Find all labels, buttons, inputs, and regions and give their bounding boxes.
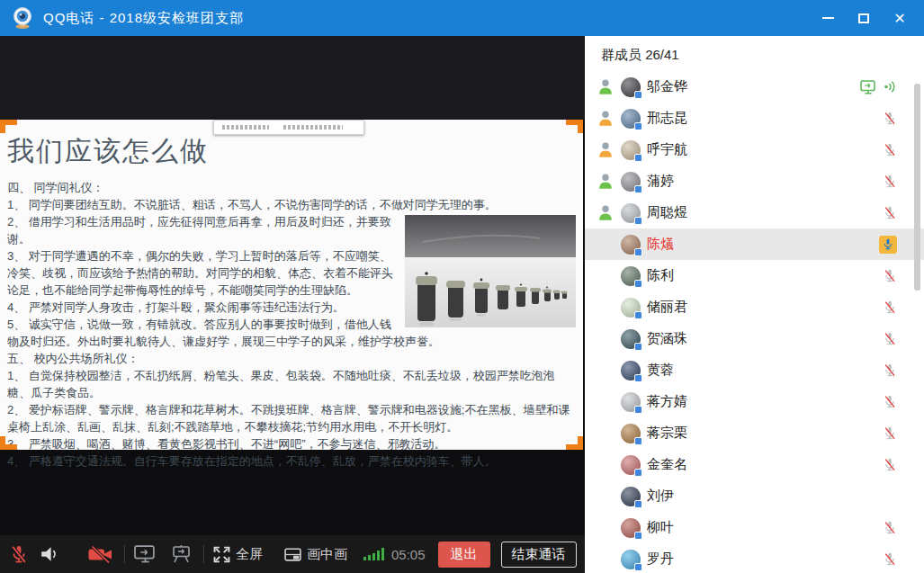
mic-muted-icon[interactable] [883, 331, 897, 346]
member-status-icons [883, 268, 897, 283]
member-row[interactable]: 贺涵珠 [585, 323, 924, 354]
toolbar-divider [124, 545, 125, 563]
share-region-corner-top-right [566, 120, 583, 133]
mic-muted-icon[interactable] [883, 205, 897, 220]
member-row[interactable]: 黄蓉 [585, 354, 924, 386]
minimize-icon [822, 17, 834, 19]
member-row[interactable]: 蒋方婧 [585, 386, 924, 417]
presence-icon [597, 204, 614, 221]
avatar [621, 329, 641, 349]
slide-paragraph: 2、 爱护标语牌、警示牌、格言牌和花草树木。不跳摸班牌、格言牌、警示牌和电器设施… [7, 401, 576, 435]
presence-icon [597, 110, 614, 127]
exit-button[interactable]: 退出 [438, 542, 490, 568]
mic-muted-icon[interactable] [883, 551, 897, 567]
fullscreen-button[interactable]: 全屏 [213, 546, 263, 563]
mic-active-icon[interactable] [879, 236, 897, 254]
mic-muted-icon[interactable] [883, 457, 897, 472]
member-status-icons [883, 331, 897, 346]
slide-paragraph: 1、 自觉保持校园整洁，不乱扔纸屑、粉笔头、果皮、包装袋。不随地吐痰、不乱丢垃圾… [7, 367, 576, 401]
member-row[interactable]: 柳叶 [585, 512, 924, 543]
member-name: 邢志昆 [647, 110, 883, 127]
screen-share-button[interactable] [134, 545, 157, 563]
qq-badge-icon [634, 406, 642, 414]
sidebar-scrollbar[interactable] [914, 84, 920, 291]
slide-paragraph: 1、 同学间要团结互助。不说脏话、粗话，不骂人，不说伤害同学的话，不做对同学无理… [7, 196, 576, 213]
presentation-button[interactable] [171, 545, 193, 563]
member-row[interactable]: 邢志昆 [585, 103, 924, 134]
camera-off-button[interactable] [88, 546, 112, 563]
fullscreen-label: 全屏 [236, 546, 263, 563]
webcam-icon [11, 6, 34, 30]
member-row[interactable]: 邬金铧 [585, 71, 924, 103]
member-status-icons [879, 236, 897, 254]
qq-call-window: QQ电话 - 2018级安检班团支部 ✕ 我们应该怎么做 四、 同学间礼仪：1、… [0, 0, 924, 573]
member-name: 蒲婷 [647, 173, 883, 190]
avatar [621, 109, 641, 129]
share-region-corner-top-left [0, 120, 17, 133]
mic-muted-icon[interactable] [883, 394, 897, 409]
window-controls: ✕ [812, 0, 915, 36]
member-name: 陈燨 [647, 236, 879, 253]
member-name: 蒋方婧 [647, 393, 883, 410]
member-row[interactable]: 陈燨 [585, 228, 924, 260]
qq-badge-icon [634, 248, 642, 256]
member-row[interactable]: 储丽君 [585, 291, 924, 323]
end-call-button[interactable]: 结束通话 [501, 542, 577, 568]
member-name: 储丽君 [647, 299, 883, 316]
member-row[interactable]: 陈利 [585, 260, 924, 291]
speaking-audio-icon [884, 80, 897, 94]
qq-badge-icon [634, 154, 642, 162]
pip-label: 画中画 [307, 546, 347, 563]
avatar [621, 487, 641, 506]
mic-muted-icon[interactable] [883, 142, 897, 157]
member-name: 刘伊 [647, 488, 897, 505]
mic-muted-icon[interactable] [883, 300, 897, 315]
avatar [621, 298, 641, 318]
minimize-button[interactable] [812, 0, 843, 36]
pip-button[interactable]: 画中画 [284, 546, 347, 563]
member-name: 贺涵珠 [647, 330, 883, 347]
call-toolbar: 全屏 画中画 05:05 退出 结束通话 [0, 535, 585, 573]
screen-sharing-icon [860, 80, 877, 94]
member-row[interactable]: 刘伊 [585, 480, 924, 512]
member-status-icons [883, 425, 897, 441]
mic-muted-icon[interactable] [883, 363, 897, 378]
qq-badge-icon [634, 374, 642, 382]
mic-muted-icon[interactable] [883, 111, 897, 126]
member-row[interactable]: 蒲婷 [585, 166, 924, 197]
slide-paragraph: 3、 严禁吸烟、喝酒、赌博、看黄色影视书刊、不进“网吧”，不参与迷信、邪教活动。 [7, 435, 576, 452]
member-status-icons [883, 111, 897, 126]
speaker-button[interactable] [40, 544, 59, 564]
mic-muted-icon[interactable] [883, 174, 897, 189]
presence-icon [597, 173, 614, 190]
avatar [621, 266, 641, 286]
qq-badge-icon [634, 500, 642, 508]
member-name: 金奎名 [647, 456, 883, 473]
member-row[interactable]: 呼宇航 [585, 134, 924, 166]
member-row[interactable]: 蒋宗栗 [585, 417, 924, 449]
shared-slide: 我们应该怎么做 四、 同学间礼仪：1、 同学间要团结互助。不说脏话、粗话，不骂人… [0, 120, 583, 450]
close-button[interactable]: ✕ [884, 0, 915, 36]
qq-badge-icon [634, 91, 642, 99]
mic-muted-icon[interactable] [883, 520, 897, 535]
member-name: 陈利 [647, 267, 883, 284]
member-status-icons [883, 300, 897, 315]
member-row[interactable]: 金奎名 [585, 449, 924, 480]
maximize-button[interactable] [848, 0, 879, 36]
avatar [621, 424, 641, 443]
slide-paragraph: 四、 同学间礼仪： [7, 179, 576, 196]
avatar [621, 518, 641, 538]
avatar [621, 392, 641, 412]
microphone-muted-button[interactable] [9, 544, 29, 564]
video-area: 我们应该怎么做 四、 同学间礼仪：1、 同学间要团结互助。不说脏话、粗话，不骂人… [0, 36, 585, 573]
member-row[interactable]: 罗丹 [585, 543, 924, 573]
slide-paragraph: 4、 严格遵守交通法规。自行车要存放在指定的地点，不乱停、乱放，严禁在校内骑车、… [7, 452, 576, 470]
member-row[interactable]: 周聪煜 [585, 197, 924, 228]
member-status-icons [860, 80, 897, 94]
toolbar-divider [203, 545, 204, 563]
mic-muted-icon[interactable] [883, 268, 897, 283]
qq-badge-icon [634, 563, 642, 571]
avatar [621, 203, 641, 223]
member-name: 柳叶 [647, 519, 883, 536]
mic-muted-icon[interactable] [883, 425, 897, 441]
